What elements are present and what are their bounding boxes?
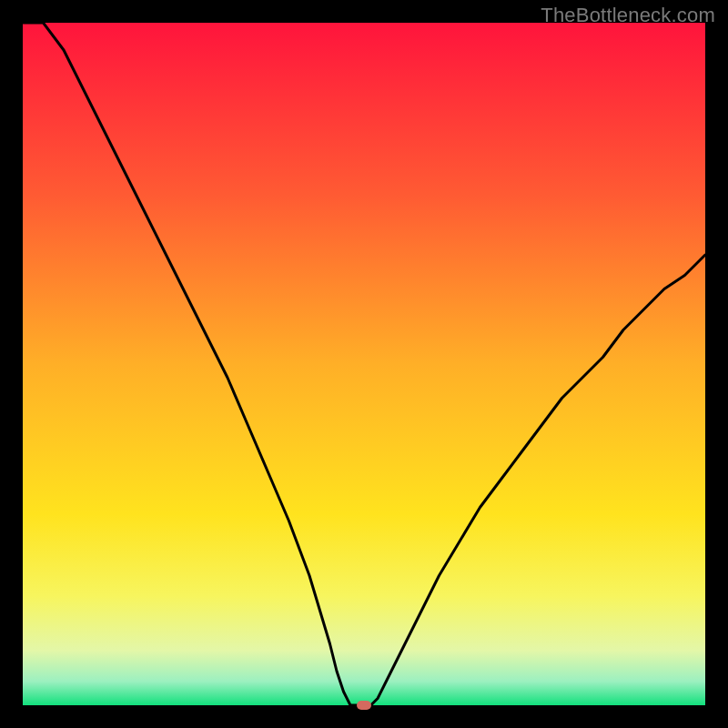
watermark-text: TheBottleneck.com [541, 4, 715, 27]
chart-svg [23, 23, 705, 705]
chart-frame [0, 0, 728, 728]
chart-background [23, 23, 705, 705]
optimal-point-marker [357, 701, 371, 710]
chart-plot-area [23, 23, 705, 705]
